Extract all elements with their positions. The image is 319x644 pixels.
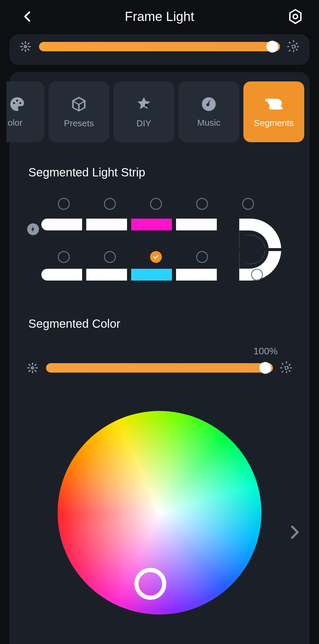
brightness-card — [9, 34, 310, 65]
svg-line-10 — [22, 49, 23, 50]
svg-point-11 — [292, 45, 295, 48]
svg-line-41 — [289, 371, 291, 372]
svg-line-8 — [28, 49, 29, 50]
svg-line-17 — [296, 49, 298, 51]
svg-line-7 — [22, 43, 23, 44]
tab-music[interactable]: Music — [178, 81, 239, 142]
segment-radio[interactable] — [251, 269, 263, 281]
segment-radio[interactable] — [196, 198, 208, 210]
svg-line-9 — [28, 43, 29, 44]
tab-label: Presets — [64, 118, 94, 128]
settings-button[interactable] — [287, 8, 304, 25]
main-card: olor Presets DIY Music Segments Segmente… — [9, 72, 310, 644]
segments-icon — [264, 96, 284, 113]
svg-line-43 — [282, 371, 284, 372]
svg-point-22 — [19, 102, 21, 104]
page-title: Frame Light — [125, 9, 194, 24]
segment-radios-top — [58, 198, 254, 210]
segment-radio-selected[interactable] — [150, 251, 162, 263]
segment[interactable] — [86, 269, 127, 281]
svg-line-31 — [29, 364, 30, 366]
tab-label: Music — [197, 118, 220, 128]
segment[interactable] — [41, 219, 82, 230]
segment-radio[interactable] — [150, 198, 162, 210]
tab-color[interactable]: olor — [6, 81, 44, 142]
segment-radio[interactable] — [104, 198, 116, 210]
segment-radios-bottom — [58, 251, 208, 263]
segment[interactable] — [176, 269, 217, 281]
mode-tabs: olor Presets DIY Music Segments — [6, 81, 310, 142]
svg-line-33 — [35, 364, 36, 366]
tab-presets[interactable]: Presets — [48, 81, 109, 142]
svg-point-2 — [24, 45, 26, 47]
brightness-percent: 100% — [9, 346, 278, 357]
tab-diy[interactable]: DIY — [113, 81, 174, 142]
cube-icon — [70, 95, 88, 113]
tab-label: Segments — [254, 118, 294, 128]
segment[interactable] — [131, 219, 172, 230]
brightness-track[interactable] — [39, 42, 280, 51]
brightness-low-icon — [26, 361, 39, 374]
segment-radio[interactable] — [104, 251, 116, 263]
check-icon — [153, 254, 159, 260]
palette-icon — [9, 96, 25, 112]
svg-line-40 — [282, 363, 284, 365]
svg-point-21 — [16, 100, 18, 102]
brightness-high-icon — [280, 361, 293, 374]
segment[interactable] — [41, 269, 82, 281]
color-picker-handle[interactable] — [134, 568, 166, 600]
color-wheel[interactable] — [58, 411, 261, 614]
section-title-strip: Segmented Light Strip — [28, 166, 310, 179]
segment-radio[interactable] — [242, 198, 254, 210]
bolt-icon — [30, 226, 36, 232]
svg-line-19 — [289, 49, 291, 51]
brightness-slider[interactable] — [18, 39, 301, 54]
light-strip-diagram — [41, 198, 278, 292]
svg-point-1 — [293, 14, 298, 19]
segment-brightness-thumb[interactable] — [259, 362, 271, 374]
brightness-thumb[interactable] — [266, 41, 278, 53]
svg-point-35 — [285, 366, 288, 370]
app-header: Frame Light — [0, 0, 319, 33]
strip-row-top — [41, 219, 217, 230]
strip-bend[interactable] — [239, 219, 281, 281]
segment[interactable] — [131, 269, 172, 281]
segment-radio[interactable] — [196, 251, 208, 263]
svg-point-20 — [13, 102, 15, 104]
segment-brightness-track[interactable] — [46, 363, 273, 373]
svg-point-26 — [31, 367, 33, 369]
next-page-button[interactable] — [286, 524, 302, 540]
svg-line-42 — [289, 363, 291, 365]
back-button[interactable] — [21, 10, 34, 23]
svg-line-32 — [35, 370, 36, 371]
segment-radio[interactable] — [58, 251, 70, 263]
quick-select-all[interactable] — [27, 223, 39, 235]
music-icon — [201, 96, 217, 112]
segment[interactable] — [176, 219, 217, 230]
svg-marker-0 — [290, 10, 301, 24]
svg-line-16 — [289, 42, 291, 44]
segment[interactable] — [86, 219, 127, 230]
segment-radio[interactable] — [58, 198, 70, 210]
segment-brightness-slider[interactable] — [25, 360, 294, 376]
strip-row-bottom — [41, 269, 217, 281]
svg-line-34 — [29, 370, 30, 371]
svg-line-24 — [148, 106, 149, 108]
tab-label: DIY — [136, 118, 151, 128]
brightness-low-icon — [19, 40, 32, 53]
tab-label: olor — [8, 118, 22, 128]
section-title-color: Segmented Color — [28, 317, 310, 330]
svg-line-18 — [296, 42, 298, 44]
star-icon — [135, 95, 153, 113]
brightness-high-icon — [287, 40, 300, 53]
tab-segments[interactable]: Segments — [243, 81, 304, 142]
